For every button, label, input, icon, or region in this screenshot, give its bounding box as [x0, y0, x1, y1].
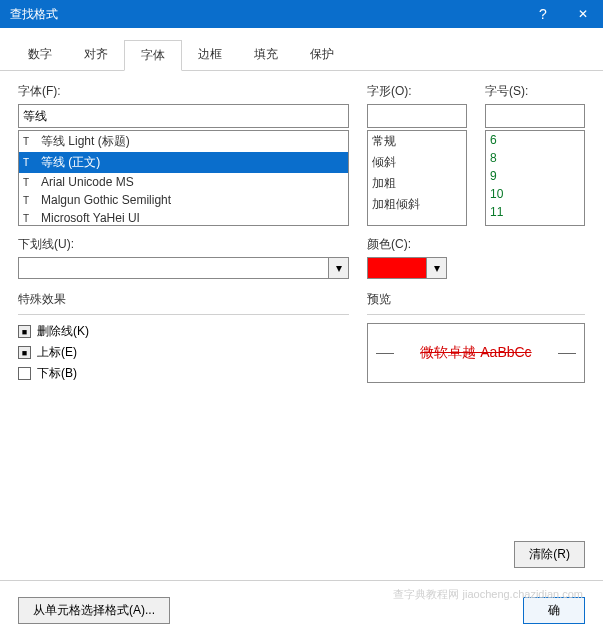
subscript-checkbox[interactable]: 下标(B)	[18, 365, 349, 382]
checkbox-icon	[18, 367, 31, 380]
color-dropdown-button[interactable]: ▾	[427, 257, 447, 279]
divider	[367, 314, 585, 315]
tab-strip: 数字对齐字体边框填充保护	[0, 28, 603, 71]
superscript-label: 上标(E)	[37, 344, 77, 361]
size-list-item[interactable]: 9	[486, 167, 584, 185]
font-list-item[interactable]: TMicrosoft YaHei UI	[19, 209, 348, 226]
style-list-item[interactable]: 加粗倾斜	[368, 194, 466, 215]
font-list-item[interactable]: T等线 (正文)	[19, 152, 348, 173]
font-type-icon: T	[23, 213, 37, 224]
font-type-icon: T	[23, 157, 37, 168]
preview-label: 预览	[367, 291, 585, 308]
strike-label: 删除线(K)	[37, 323, 89, 340]
tab-4[interactable]: 填充	[238, 40, 294, 70]
style-listbox[interactable]: 常规倾斜加粗加粗倾斜	[367, 130, 467, 226]
size-list-item[interactable]: 11	[486, 203, 584, 221]
titlebar: 查找格式 ? ✕	[0, 0, 603, 28]
font-list-item[interactable]: TMalgun Gothic Semilight	[19, 191, 348, 209]
color-swatch	[367, 257, 427, 279]
effects-label: 特殊效果	[18, 291, 349, 308]
style-list-item[interactable]: 加粗	[368, 173, 466, 194]
font-type-icon: T	[23, 136, 37, 147]
font-type-icon: T	[23, 177, 37, 188]
tab-2[interactable]: 字体	[124, 40, 182, 71]
content-area: 字体(F): T等线 Light (标题)T等线 (正文)TArial Unic…	[0, 71, 603, 398]
tab-3[interactable]: 边框	[182, 40, 238, 70]
divider	[18, 314, 349, 315]
color-label: 颜色(C):	[367, 236, 585, 253]
style-list-item[interactable]: 倾斜	[368, 152, 466, 173]
font-listbox[interactable]: T等线 Light (标题)T等线 (正文)TArial Unicode MST…	[18, 130, 349, 226]
size-listbox[interactable]: 689101112	[485, 130, 585, 226]
strike-checkbox[interactable]: ■ 删除线(K)	[18, 323, 349, 340]
size-list-item[interactable]: 10	[486, 185, 584, 203]
size-label: 字号(S):	[485, 83, 585, 100]
close-icon: ✕	[578, 7, 588, 21]
dialog-title: 查找格式	[10, 6, 523, 23]
size-input[interactable]	[485, 104, 585, 128]
size-list-item[interactable]: 12	[486, 221, 584, 226]
help-button[interactable]: ?	[523, 0, 563, 28]
tab-0[interactable]: 数字	[12, 40, 68, 70]
style-label: 字形(O):	[367, 83, 467, 100]
font-label: 字体(F):	[18, 83, 349, 100]
size-list-item[interactable]: 8	[486, 149, 584, 167]
subscript-label: 下标(B)	[37, 365, 77, 382]
clear-button[interactable]: 清除(R)	[514, 541, 585, 568]
preview-baseline-icon	[376, 353, 394, 354]
underline-label: 下划线(U):	[18, 236, 349, 253]
font-list-item[interactable]: TArial Unicode MS	[19, 173, 348, 191]
font-input[interactable]	[18, 104, 349, 128]
color-combo[interactable]: ▾	[367, 257, 447, 279]
style-list-item[interactable]: 常规	[368, 131, 466, 152]
preview-baseline-icon	[558, 353, 576, 354]
tab-5[interactable]: 保护	[294, 40, 350, 70]
tab-1[interactable]: 对齐	[68, 40, 124, 70]
from-cell-button[interactable]: 从单元格选择格式(A)...	[18, 597, 170, 624]
chevron-down-icon: ▾	[336, 261, 342, 275]
font-list-item[interactable]: T等线 Light (标题)	[19, 131, 348, 152]
ok-button[interactable]: 确	[523, 597, 585, 624]
preview-text: 微软卓越 AaBbCc	[420, 344, 531, 362]
checkbox-icon: ■	[18, 325, 31, 338]
chevron-down-icon: ▾	[434, 261, 440, 275]
font-type-icon: T	[23, 195, 37, 206]
size-list-item[interactable]: 6	[486, 131, 584, 149]
checkbox-icon: ■	[18, 346, 31, 359]
underline-value	[18, 257, 329, 279]
preview-box: 微软卓越 AaBbCc	[367, 323, 585, 383]
underline-combo[interactable]: ▾	[18, 257, 349, 279]
underline-dropdown-button[interactable]: ▾	[329, 257, 349, 279]
close-button[interactable]: ✕	[563, 0, 603, 28]
style-input[interactable]	[367, 104, 467, 128]
divider	[0, 580, 603, 581]
superscript-checkbox[interactable]: ■ 上标(E)	[18, 344, 349, 361]
